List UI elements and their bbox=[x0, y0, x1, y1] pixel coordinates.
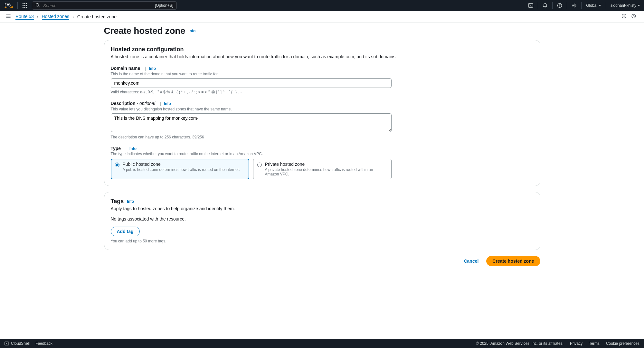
panel-tags: Tags Info Apply tags to hosted zones to … bbox=[104, 192, 540, 250]
svg-rect-0 bbox=[23, 3, 24, 4]
svg-point-9 bbox=[36, 3, 39, 6]
region-selector[interactable]: Global bbox=[586, 3, 601, 8]
svg-rect-16 bbox=[624, 16, 624, 17]
page-help-icon[interactable] bbox=[621, 14, 627, 20]
footer-cloudshell[interactable]: CloudShell bbox=[5, 341, 30, 346]
type-private-desc: A private hosted zone determines how tra… bbox=[265, 167, 387, 176]
tags-description: Apply tags to hosted zones to help organ… bbox=[111, 206, 534, 211]
field-type: Type Info The type indicates whether you… bbox=[111, 146, 534, 180]
type-private-title: Private hosted zone bbox=[265, 162, 387, 167]
cloudshell-icon[interactable] bbox=[528, 3, 533, 8]
panel-hosted-zone-config: Hosted zone configuration A hosted zone … bbox=[104, 40, 540, 186]
aws-logo[interactable] bbox=[4, 3, 13, 8]
footer-feedback[interactable]: Feedback bbox=[35, 341, 52, 346]
page-title: Create hosted zone bbox=[104, 26, 185, 36]
divider bbox=[552, 2, 553, 9]
caret-down-icon bbox=[599, 5, 601, 6]
domain-name-hint: This is the name of the domain that you … bbox=[111, 72, 534, 76]
svg-rect-3 bbox=[23, 5, 24, 6]
divider bbox=[538, 2, 538, 9]
tags-info-link[interactable]: Info bbox=[126, 199, 134, 204]
config-heading: Hosted zone configuration bbox=[111, 46, 534, 53]
domain-name-input[interactable] bbox=[111, 78, 392, 88]
notifications-icon[interactable] bbox=[543, 3, 548, 8]
type-public-title: Public hosted zone bbox=[123, 162, 240, 167]
global-search[interactable]: [Option+S] bbox=[32, 1, 177, 10]
description-info-link[interactable]: Info bbox=[160, 101, 171, 106]
svg-line-10 bbox=[39, 6, 40, 7]
chevron-right-icon: › bbox=[72, 14, 74, 19]
divider bbox=[567, 2, 567, 9]
breadcrumb: Route 53 › Hosted zones › Create hosted … bbox=[15, 14, 117, 20]
divider bbox=[17, 2, 18, 9]
services-menu-icon[interactable] bbox=[22, 3, 27, 8]
footer-privacy[interactable]: Privacy bbox=[570, 341, 582, 346]
breadcrumb-parent[interactable]: Hosted zones bbox=[42, 14, 70, 20]
page-title-info-link[interactable]: Info bbox=[188, 29, 195, 33]
description-label-optional: optional bbox=[139, 101, 155, 106]
svg-rect-2 bbox=[26, 3, 27, 4]
global-search-shortcut: [Option+S] bbox=[155, 3, 173, 8]
radio-public[interactable] bbox=[115, 163, 119, 167]
description-label-prefix: Description - bbox=[111, 101, 139, 106]
region-label: Global bbox=[586, 3, 597, 8]
svg-rect-1 bbox=[24, 3, 25, 4]
description-hint: This value lets you distinguish hosted z… bbox=[111, 107, 534, 111]
add-tag-button[interactable]: Add tag bbox=[111, 227, 140, 236]
config-description: A hosted zone is a container that holds … bbox=[111, 54, 534, 59]
global-search-input[interactable] bbox=[43, 3, 126, 8]
type-card-private[interactable]: Private hosted zone A private hosted zon… bbox=[253, 159, 392, 179]
divider bbox=[581, 2, 582, 9]
caret-down-icon bbox=[638, 5, 640, 6]
breadcrumb-bar: Route 53 › Hosted zones › Create hosted … bbox=[0, 11, 644, 23]
page-settings-icon[interactable] bbox=[631, 14, 636, 20]
svg-rect-7 bbox=[24, 7, 25, 8]
type-info-link[interactable]: Info bbox=[125, 146, 137, 151]
footer-copyright: © 2025, Amazon Web Services, Inc. or its… bbox=[476, 341, 564, 346]
cancel-button[interactable]: Cancel bbox=[462, 258, 480, 264]
svg-point-15 bbox=[624, 15, 624, 15]
help-icon[interactable] bbox=[557, 3, 562, 8]
username-label: siddhant-khisty bbox=[611, 3, 636, 8]
field-domain-name: Domain name Info This is the name of the… bbox=[111, 66, 534, 94]
type-label: Type bbox=[111, 146, 121, 151]
svg-rect-4 bbox=[24, 5, 25, 6]
footer-cookies[interactable]: Cookie preferences bbox=[606, 341, 639, 346]
settings-icon[interactable] bbox=[572, 3, 577, 8]
footer-cloudshell-label: CloudShell bbox=[11, 341, 30, 346]
main: Create hosted zone Info Hosted zone conf… bbox=[0, 23, 644, 339]
description-input[interactable] bbox=[111, 113, 392, 132]
footer: CloudShell Feedback © 2025, Amazon Web S… bbox=[0, 339, 644, 348]
type-public-desc: A public hosted zone determines how traf… bbox=[123, 167, 240, 172]
svg-rect-5 bbox=[26, 5, 27, 6]
top-nav: [Option+S] Global siddhant-khisty bbox=[0, 0, 644, 11]
create-hosted-zone-button[interactable]: Create hosted zone bbox=[486, 256, 540, 266]
domain-name-label: Domain name bbox=[111, 66, 140, 71]
search-icon bbox=[35, 3, 40, 8]
svg-point-13 bbox=[573, 5, 575, 6]
description-label: Description - optional bbox=[111, 101, 156, 106]
tags-heading: Tags bbox=[111, 198, 124, 205]
description-constraint: The description can have up to 256 chara… bbox=[111, 135, 534, 139]
breadcrumb-service[interactable]: Route 53 bbox=[15, 14, 34, 20]
footer-terms[interactable]: Terms bbox=[589, 341, 600, 346]
breadcrumb-current: Create hosted zone bbox=[77, 14, 117, 19]
type-card-public[interactable]: Public hosted zone A public hosted zone … bbox=[111, 159, 249, 179]
tags-constraint: You can add up to 50 more tags. bbox=[111, 239, 534, 243]
svg-rect-8 bbox=[26, 7, 27, 8]
field-description: Description - optional Info This value l… bbox=[111, 101, 534, 139]
svg-rect-6 bbox=[23, 7, 24, 8]
account-menu[interactable]: siddhant-khisty bbox=[611, 3, 640, 8]
form-actions: Cancel Create hosted zone bbox=[104, 256, 540, 266]
side-nav-toggle[interactable] bbox=[6, 14, 11, 20]
domain-name-constraint: Valid characters: a-z, 0-9, ! " # $ % & … bbox=[111, 90, 534, 94]
divider bbox=[606, 2, 606, 9]
radio-private[interactable] bbox=[257, 163, 262, 167]
tags-empty-message: No tags associated with the resource. bbox=[111, 216, 534, 221]
type-hint: The type indicates whether you want to r… bbox=[111, 152, 534, 156]
chevron-right-icon: › bbox=[37, 14, 39, 19]
domain-name-info-link[interactable]: Info bbox=[145, 66, 156, 71]
